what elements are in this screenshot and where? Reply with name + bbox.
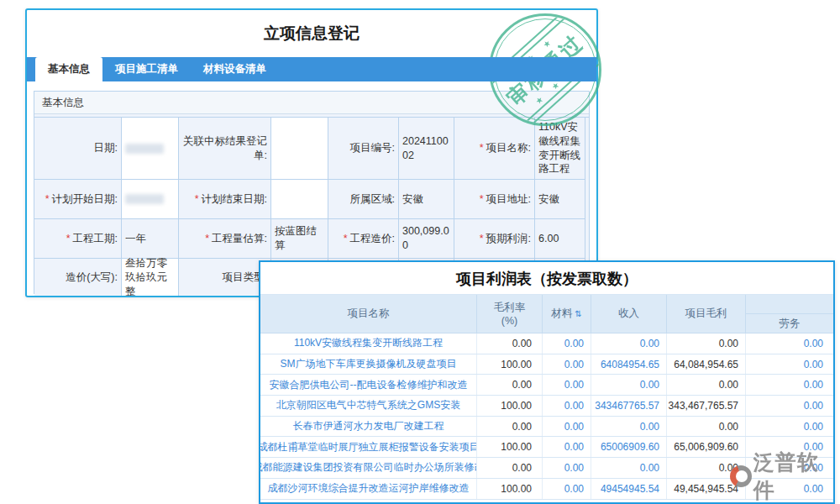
field-value[interactable] — [271, 118, 328, 180]
column-header-2[interactable]: 材料⇅ — [543, 295, 591, 333]
cell-value: 0.00 — [543, 458, 591, 478]
field-label: *计划开始日期: — [34, 180, 122, 219]
cell-value: 0.00 — [667, 417, 746, 437]
table-row: 110kV安徽线程集变开断线路工程0.000.000.000.000.00 — [260, 333, 833, 354]
redacted-text — [125, 194, 164, 204]
project-name-link[interactable]: 安徽合肥供电公司--配电设备检修维护和改造 — [260, 375, 477, 395]
field-value[interactable]: 按蓝图结算 — [271, 219, 328, 259]
tab-1[interactable]: 项目施工清单 — [102, 57, 191, 81]
field-value[interactable]: 300,099.00 — [399, 219, 454, 259]
sort-icon[interactable]: ⇅ — [575, 309, 581, 318]
column-header-text: 项目毛利 — [685, 307, 727, 321]
field-label: 项目编号: — [328, 118, 399, 180]
required-marker: * — [66, 232, 71, 246]
field-label: *预期利润: — [454, 219, 535, 259]
table-row: 长春市伊通河水力发电厂改建工程0.000.000.000.000.00 — [260, 417, 833, 438]
project-name-link[interactable]: 成都能源建设集团投资有限公司临时办公场所装修改 — [260, 458, 477, 478]
field-text: 所属区域: — [350, 192, 395, 207]
column-header-5[interactable]: 劳务 — [746, 295, 833, 333]
cell-value: 0.00 — [746, 354, 833, 375]
field-text: 计划开始日期: — [52, 192, 118, 207]
field-value[interactable]: 一年 — [122, 219, 179, 259]
column-header-text: 收入 — [618, 307, 639, 321]
field-text: 安徽 — [538, 192, 559, 207]
fanpu-watermark: 泛普软件 www.fanpusoft.com — [730, 449, 840, 504]
field-value[interactable] — [122, 118, 179, 180]
column-header-text: 材料 — [551, 307, 572, 321]
field-value[interactable]: 110kV安徽线程集变开断线路工程 — [535, 118, 585, 180]
profit-table-title: 项目利润表（按发票取数） — [260, 262, 833, 295]
field-value[interactable]: 安徽 — [535, 180, 585, 219]
cell-value: 0.00 — [667, 333, 746, 354]
field-text: 项目名称: — [486, 141, 531, 155]
field-text: 2024110002 — [402, 134, 450, 163]
field-value[interactable] — [271, 180, 328, 219]
project-name-link[interactable]: 长春市伊通河水力发电厂改建工程 — [260, 417, 477, 437]
required-marker: * — [45, 192, 50, 207]
cell-value: 64,084,954.65 — [667, 354, 746, 375]
cell-value: 0.00 — [667, 375, 746, 395]
project-name-link[interactable]: 成都沙河环境综合提升改造运河护岸维修改造 — [260, 479, 477, 499]
column-header-3[interactable]: 收入 — [591, 295, 667, 333]
column-header-1[interactable]: 毛利率(%) — [477, 295, 543, 333]
field-text: 预期利润: — [486, 232, 531, 246]
column-header-0[interactable]: 项目名称 — [260, 295, 477, 333]
field-label: *计划结束日期: — [179, 180, 271, 219]
field-label: *项目地址: — [454, 180, 535, 219]
required-marker: * — [344, 232, 348, 246]
cell-value: 0.00 — [543, 417, 591, 437]
cell-value: 0.00 — [477, 375, 543, 395]
cell-value: 100.00 — [477, 479, 543, 499]
field-label: *项目名称: — [454, 118, 535, 180]
redacted-text — [125, 144, 164, 154]
field-text: 300,099.00 — [402, 224, 450, 253]
watermark-brand: 泛普软件 — [753, 449, 840, 504]
cell-value: 0.00 — [477, 333, 543, 354]
field-text: 关联中标结果登记单: — [182, 134, 267, 163]
project-name-link[interactable]: SM广场地下车库更换摄像机及硬盘项目 — [260, 354, 477, 375]
field-label: *工程造价: — [328, 219, 399, 259]
table-row: 安徽合肥供电公司--配电设备检修维护和改造0.000.000.000.000.0… — [260, 375, 833, 396]
cell-value: 0.00 — [746, 333, 833, 354]
field-value[interactable]: 2024110002 — [399, 118, 454, 180]
field-label: *工程工期: — [34, 219, 122, 259]
cell-value: 65006909.60 — [591, 437, 667, 457]
fanpu-logo-icon — [730, 465, 752, 487]
field-label: *工程量估算: — [179, 219, 271, 259]
field-value[interactable]: 6.00 — [535, 219, 585, 259]
project-name-link[interactable]: 110kV安徽线程集变开断线路工程 — [260, 333, 477, 354]
tab-2[interactable]: 材料设备清单 — [191, 57, 279, 81]
cell-value: 0.00 — [591, 417, 667, 437]
required-marker: * — [195, 192, 199, 207]
column-header-text: 毛利率(%) — [491, 301, 528, 327]
field-label: 日期: — [34, 118, 122, 180]
required-marker: * — [480, 192, 484, 207]
cell-value: 0.00 — [746, 396, 833, 416]
field-value[interactable] — [122, 180, 179, 219]
project-name-link[interactable]: 成都杜甫草堂临时展厅独立展柜报警设备安装项目 — [260, 437, 477, 457]
tab-0[interactable]: 基本信息 — [35, 57, 102, 81]
field-text: 项目编号: — [350, 141, 395, 155]
field-text: 计划结束日期: — [202, 192, 267, 207]
required-marker: * — [205, 232, 209, 246]
field-value[interactable]: 叁拾万零玖拾玖元整 — [122, 259, 179, 297]
cell-value: 0.00 — [543, 396, 591, 416]
column-header-group — [746, 295, 833, 313]
project-name-link[interactable]: 北京朝阳区电气中芯特气系统之GMS安装 — [260, 396, 477, 416]
field-text: 110kV安徽线程集变开断线路工程 — [538, 120, 581, 177]
cell-value: 0.00 — [591, 458, 667, 478]
field-text: 按蓝图结算 — [275, 224, 324, 253]
field-text: 工程量估算: — [212, 232, 267, 246]
field-text: 工程造价: — [350, 232, 395, 246]
field-value[interactable]: 安徽 — [399, 180, 454, 219]
field-text: 安徽 — [402, 192, 423, 207]
field-label: 项目类型: — [179, 259, 271, 297]
column-header-text: 劳务 — [780, 317, 801, 331]
table-row: 北京朝阳区电气中芯特气系统之GMS安装100.000.00343467765.5… — [260, 396, 833, 417]
cell-value: 0.00 — [543, 333, 591, 354]
field-text: 一年 — [125, 232, 146, 246]
field-text: 日期: — [94, 141, 118, 155]
column-header-4[interactable]: 项目毛利 — [667, 295, 746, 333]
field-text: 造价(大写): — [66, 270, 118, 285]
profit-table-header: 项目名称毛利率(%)材料⇅收入项目毛利劳务 — [260, 295, 833, 333]
